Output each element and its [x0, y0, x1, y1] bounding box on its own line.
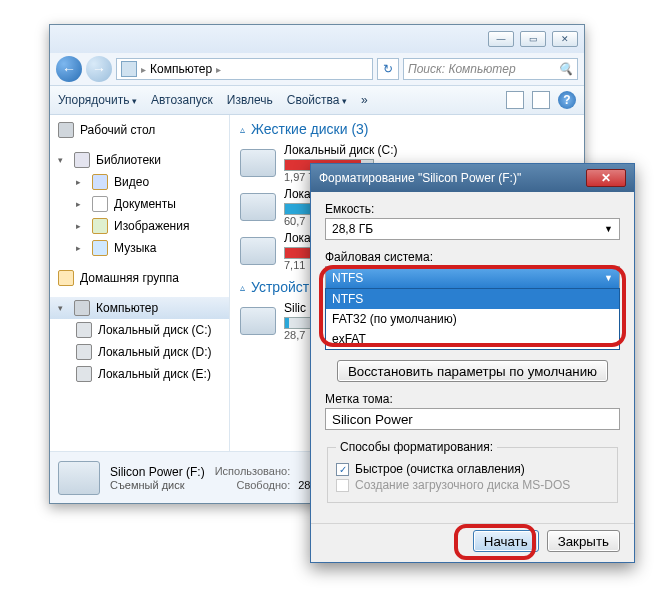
status-used-label: Использовано: [215, 465, 291, 477]
checkbox-icon [336, 479, 349, 492]
sidebar-item-drive-e[interactable]: Локальный диск (E:) [50, 363, 229, 385]
forward-button[interactable]: → [86, 56, 112, 82]
document-icon [92, 196, 108, 212]
sidebar-item-homegroup[interactable]: Домашняя группа [50, 267, 229, 289]
properties-menu[interactable]: Свойства [287, 93, 347, 107]
msdos-boot-checkbox: Создание загрузочного диска MS-DOS [336, 478, 609, 492]
status-free-label: Свободно: [215, 479, 291, 491]
status-drive-name: Silicon Power (F:) [110, 465, 205, 479]
removable-drive-icon [58, 461, 100, 495]
search-icon: 🔍 [558, 62, 573, 76]
sidebar: Рабочий стол ▾ Библиотеки ▸Видео ▸Докуме… [50, 115, 230, 451]
drive-icon [76, 344, 92, 360]
titlebar: — ▭ ✕ [50, 25, 584, 53]
format-methods-group: Способы форматирования: ✓ Быстрое (очист… [327, 440, 618, 503]
expand-icon[interactable]: ▸ [76, 177, 86, 187]
collapse-icon[interactable]: ▵ [240, 282, 245, 293]
sidebar-item-computer[interactable]: ▾Компьютер [50, 297, 229, 319]
sidebar-item-pictures[interactable]: ▸Изображения [50, 215, 229, 237]
minimize-button[interactable]: — [488, 31, 514, 47]
capacity-value: 28,8 ГБ [332, 222, 373, 236]
sidebar-item-label: Библиотеки [96, 153, 161, 167]
sidebar-item-label: Локальный диск (D:) [98, 345, 212, 359]
drive-icon [240, 237, 276, 265]
sidebar-item-desktop[interactable]: Рабочий стол [50, 119, 229, 141]
checkbox-icon: ✓ [336, 463, 349, 476]
filesystem-label: Файловая система: [325, 250, 620, 264]
section-title: Жесткие диски (3) [251, 121, 369, 137]
sidebar-item-documents[interactable]: ▸Документы [50, 193, 229, 215]
sidebar-item-drive-d[interactable]: Локальный диск (D:) [50, 341, 229, 363]
sidebar-item-label: Домашняя группа [80, 271, 179, 285]
msdos-boot-label: Создание загрузочного диска MS-DOS [355, 478, 570, 492]
quick-format-checkbox[interactable]: ✓ Быстрое (очистка оглавления) [336, 462, 609, 476]
dialog-titlebar: Форматирование "Silicon Power (F:)" ✕ [311, 164, 634, 192]
capacity-combo[interactable]: 28,8 ГБ ▼ [325, 218, 620, 240]
back-button[interactable]: ← [56, 56, 82, 82]
sidebar-item-label: Документы [114, 197, 176, 211]
format-methods-label: Способы форматирования: [336, 440, 497, 454]
sidebar-item-label: Локальный диск (C:) [98, 323, 212, 337]
sidebar-item-label: Рабочий стол [80, 123, 155, 137]
search-input[interactable]: Поиск: Компьютер 🔍 [403, 58, 578, 80]
start-button[interactable]: Начать [473, 530, 539, 552]
drive-icon [76, 366, 92, 382]
drive-icon [240, 307, 276, 335]
video-icon [92, 174, 108, 190]
breadcrumb[interactable]: ▸ Компьютер ▸ [116, 58, 373, 80]
sidebar-item-label: Видео [114, 175, 149, 189]
dialog-title: Форматирование "Silicon Power (F:)" [319, 171, 521, 185]
status-drive-type: Съемный диск [110, 479, 205, 491]
close-button[interactable]: ✕ [552, 31, 578, 47]
sidebar-item-drive-c[interactable]: Локальный диск (C:) [50, 319, 229, 341]
filesystem-dropdown: NTFS FAT32 (по умолчанию) exFAT [325, 288, 620, 350]
sidebar-item-label: Изображения [114, 219, 189, 233]
music-icon [92, 240, 108, 256]
sidebar-item-libraries[interactable]: ▾ Библиотеки [50, 149, 229, 171]
view-icon[interactable] [506, 91, 524, 109]
expand-icon[interactable]: ▸ [76, 243, 86, 253]
homegroup-icon [58, 270, 74, 286]
navigation-bar: ← → ▸ Компьютер ▸ ↻ Поиск: Компьютер 🔍 [50, 53, 584, 85]
fs-option-ntfs[interactable]: NTFS [326, 289, 619, 309]
dialog-close-button[interactable]: ✕ [586, 169, 626, 187]
volume-input[interactable] [325, 408, 620, 430]
preview-pane-icon[interactable] [532, 91, 550, 109]
expand-icon[interactable]: ▸ [76, 199, 86, 209]
search-placeholder: Поиск: Компьютер [408, 62, 516, 76]
fs-option-exfat[interactable]: exFAT [326, 329, 619, 349]
refresh-button[interactable]: ↻ [377, 58, 399, 80]
volume-label: Метка тома: [325, 392, 620, 406]
organize-menu[interactable]: Упорядочить [58, 93, 137, 107]
expand-icon[interactable]: ▾ [58, 303, 68, 313]
sidebar-item-label: Компьютер [96, 301, 158, 315]
section-hard-drives[interactable]: ▵ Жесткие диски (3) [240, 121, 574, 137]
autoplay-button[interactable]: Автозапуск [151, 93, 213, 107]
drive-label: Локальный диск (C:) [284, 143, 574, 157]
sidebar-item-music[interactable]: ▸Музыка [50, 237, 229, 259]
breadcrumb-item[interactable]: Компьютер [150, 62, 212, 76]
computer-icon [74, 300, 90, 316]
close-dialog-button[interactable]: Закрыть [547, 530, 620, 552]
maximize-button[interactable]: ▭ [520, 31, 546, 47]
capacity-label: Емкость: [325, 202, 620, 216]
fs-option-fat32[interactable]: FAT32 (по умолчанию) [326, 309, 619, 329]
sidebar-item-label: Музыка [114, 241, 156, 255]
drive-icon [240, 149, 276, 177]
pictures-icon [92, 218, 108, 234]
help-icon[interactable]: ? [558, 91, 576, 109]
sidebar-item-videos[interactable]: ▸Видео [50, 171, 229, 193]
filesystem-selected: NTFS [332, 271, 363, 285]
eject-button[interactable]: Извлечь [227, 93, 273, 107]
more-chevron-icon[interactable]: » [361, 93, 368, 107]
drive-icon [76, 322, 92, 338]
chevron-right-icon: ▸ [216, 64, 221, 75]
filesystem-combo[interactable]: NTFS ▼ [325, 266, 620, 288]
chevron-down-icon: ▼ [604, 273, 613, 283]
restore-defaults-button[interactable]: Восстановить параметры по умолчанию [337, 360, 608, 382]
expand-icon[interactable]: ▾ [58, 155, 68, 165]
toolbar: Упорядочить Автозапуск Извлечь Свойства … [50, 85, 584, 115]
format-dialog: Форматирование "Silicon Power (F:)" ✕ Ем… [310, 163, 635, 563]
collapse-icon[interactable]: ▵ [240, 124, 245, 135]
expand-icon[interactable]: ▸ [76, 221, 86, 231]
